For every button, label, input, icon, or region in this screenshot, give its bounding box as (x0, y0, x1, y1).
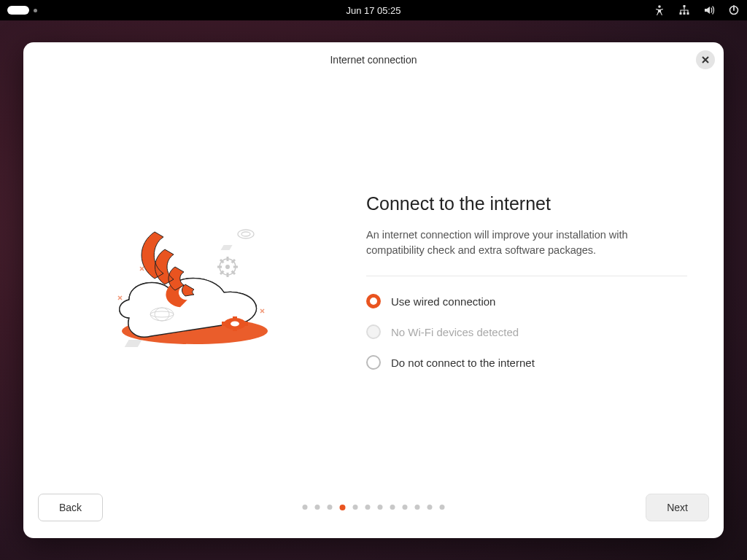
svg-rect-8 (125, 340, 142, 347)
option-label: Do not connect to the internet (391, 357, 535, 369)
content: Connect to the internet An internet conn… (366, 193, 687, 370)
close-icon (701, 55, 710, 64)
close-button[interactable] (696, 50, 715, 69)
svg-rect-25 (233, 316, 237, 320)
svg-rect-4 (687, 12, 689, 15)
progress-dot (427, 505, 433, 510)
progress-dot (440, 505, 445, 510)
option-label: No Wi-Fi devices detected (391, 326, 519, 338)
progress-dot (390, 505, 395, 510)
svg-point-0 (658, 5, 661, 8)
progress-dot (415, 505, 420, 510)
svg-point-21 (238, 230, 254, 238)
progress-dot (403, 505, 408, 510)
progress-dots (303, 505, 445, 510)
radio-icon (366, 324, 381, 339)
progress-dot (303, 505, 308, 510)
window-title: Internet connection (330, 54, 417, 66)
accessibility-icon (654, 4, 665, 16)
progress-dot (378, 505, 383, 510)
svg-point-20 (225, 265, 230, 269)
option-wired[interactable]: Use wired connection (366, 294, 687, 308)
svg-rect-3 (684, 12, 686, 15)
window-body: Connect to the internet An internet conn… (23, 77, 724, 486)
svg-point-27 (231, 322, 239, 327)
connection-options: Use wired connection No Wi-Fi devices de… (366, 294, 687, 370)
network-icon (678, 4, 690, 16)
illustration (60, 194, 322, 369)
progress-dot (365, 505, 371, 510)
progress-dot (353, 505, 358, 510)
option-no-internet[interactable]: Do not connect to the internet (366, 355, 687, 370)
option-wifi: No Wi-Fi devices detected (366, 324, 687, 339)
page-heading: Connect to the internet (366, 193, 687, 214)
activities-pill (7, 6, 29, 15)
progress-dot-active (340, 505, 346, 510)
svg-rect-26 (233, 327, 237, 331)
svg-rect-2 (680, 12, 682, 15)
volume-icon (703, 4, 715, 16)
activities-pill-group[interactable] (7, 6, 37, 15)
back-button[interactable]: Back (38, 494, 103, 521)
clock[interactable]: Jun 17 05:25 (346, 5, 400, 16)
top-bar: Jun 17 05:25 (0, 0, 747, 20)
window-header: Internet connection (23, 42, 724, 77)
footer: Back Next (23, 486, 724, 538)
svg-rect-1 (684, 5, 686, 7)
installer-window: Internet connection (23, 42, 724, 538)
power-icon (728, 4, 740, 16)
svg-point-22 (241, 232, 250, 236)
radio-icon (366, 294, 381, 308)
next-button[interactable]: Next (646, 494, 709, 521)
option-label: Use wired connection (391, 295, 495, 308)
svg-rect-24 (244, 322, 248, 326)
progress-dot (315, 505, 320, 510)
workspace-dot (34, 9, 37, 12)
radio-icon (366, 355, 381, 370)
page-description: An internet connection will improve your… (366, 228, 687, 276)
progress-dot (328, 505, 333, 510)
wifi-cloud-illustration (89, 194, 293, 369)
svg-rect-23 (222, 322, 226, 326)
system-tray[interactable] (654, 4, 740, 16)
svg-rect-9 (221, 245, 233, 250)
